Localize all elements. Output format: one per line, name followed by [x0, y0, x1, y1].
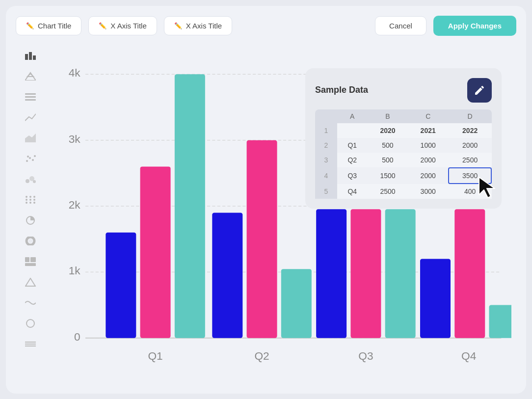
cell-2c[interactable]: 1000 — [408, 138, 448, 153]
svg-point-22 — [33, 199, 35, 201]
svg-point-21 — [29, 199, 31, 201]
svg-point-20 — [26, 199, 27, 201]
row-num-1: 1 — [315, 123, 337, 138]
triangle-chart-icon[interactable] — [24, 275, 37, 289]
cancel-button[interactable]: Cancel — [375, 16, 426, 35]
main-container: ✏️ Chart Title ✏️ X Axis Title ✏️ X Axis… — [6, 6, 526, 394]
chart-title-label: Chart Title — [38, 22, 71, 30]
col-header-empty — [315, 109, 337, 123]
cell-4b[interactable]: 1500 — [368, 167, 408, 184]
scatter-dots-icon[interactable] — [24, 152, 37, 165]
svg-point-19 — [33, 196, 35, 198]
cell-1b[interactable]: 2020 — [368, 123, 408, 138]
svg-rect-0 — [25, 54, 28, 60]
svg-marker-8 — [25, 133, 36, 142]
q4-2022-bar — [489, 305, 511, 338]
svg-text:1k: 1k — [69, 264, 81, 277]
apply-changes-button[interactable]: Apply Changes — [433, 16, 516, 36]
donut-chart-icon[interactable] — [24, 234, 37, 248]
x-axis-title-button-1[interactable]: ✏️ X Axis Title — [88, 16, 157, 35]
svg-marker-4 — [27, 74, 33, 77]
cell-4c[interactable]: 2000 — [408, 167, 448, 184]
cell-5c[interactable]: 3000 — [408, 184, 448, 199]
svg-point-11 — [32, 159, 34, 161]
cell-5b[interactable]: 2500 — [368, 184, 408, 199]
q3-2021-bar — [350, 209, 381, 338]
svg-rect-30 — [30, 257, 36, 262]
svg-text:2k: 2k — [69, 198, 81, 211]
cell-5a[interactable]: Q4 — [337, 184, 368, 199]
svg-text:0: 0 — [74, 330, 80, 343]
svg-text:Q1: Q1 — [148, 349, 162, 362]
pie-chart-icon[interactable] — [24, 213, 37, 227]
cell-1a[interactable] — [337, 123, 368, 138]
cell-4a[interactable]: Q3 — [337, 167, 368, 184]
x-axis-title-button-2[interactable]: ✏️ X Axis Title — [164, 16, 232, 35]
svg-point-23 — [26, 202, 27, 204]
svg-rect-7 — [25, 99, 36, 101]
cell-1c[interactable]: 2021 — [408, 123, 448, 138]
cell-2a[interactable]: Q1 — [337, 138, 368, 153]
cell-3c[interactable]: 2000 — [408, 153, 448, 167]
svg-marker-32 — [26, 278, 35, 286]
svg-point-18 — [29, 196, 31, 198]
cell-5d[interactable]: 400 — [448, 184, 492, 199]
table-row: 3 Q2 500 2000 2500 — [315, 153, 492, 167]
table-row: 2 Q1 500 1000 2000 — [315, 138, 492, 153]
x-axis-title-label-2: X Axis Title — [186, 22, 222, 30]
line-chart-icon[interactable] — [24, 110, 37, 124]
edit-data-button[interactable] — [467, 78, 492, 103]
cell-3d[interactable]: 2500 — [448, 153, 492, 167]
row-num-3: 3 — [315, 153, 337, 167]
svg-text:Q2: Q2 — [254, 349, 269, 362]
q4-2021-bar — [454, 209, 485, 338]
q2-2020-bar — [212, 213, 242, 338]
treemap-icon[interactable] — [24, 255, 37, 268]
bubble-chart-icon[interactable] — [24, 172, 37, 186]
table-row: 4 Q3 1500 2000 3500 — [315, 167, 492, 184]
svg-rect-6 — [25, 96, 36, 98]
q1-2021-bar — [140, 166, 171, 338]
x-axis-title-label-1: X Axis Title — [110, 22, 146, 30]
col-header-c: C — [408, 109, 448, 123]
svg-rect-5 — [25, 93, 36, 95]
sample-panel-title: Sample Data — [315, 85, 368, 95]
q4-2020-bar — [420, 259, 451, 338]
cell-2b[interactable]: 500 — [368, 138, 408, 153]
q1-2022-bar — [175, 74, 205, 338]
svg-rect-31 — [25, 263, 36, 266]
q3-2020-bar — [316, 209, 346, 338]
svg-rect-29 — [25, 257, 29, 262]
svg-point-10 — [29, 157, 31, 159]
wave-icon[interactable] — [24, 296, 37, 310]
table-row: 5 Q4 2500 3000 400 — [315, 184, 492, 199]
circle-icon[interactable] — [24, 317, 37, 330]
svg-text:3k: 3k — [69, 132, 81, 145]
cell-3b[interactable]: 500 — [368, 153, 408, 167]
svg-text:Q3: Q3 — [358, 349, 373, 362]
chart-title-button[interactable]: ✏️ Chart Title — [16, 16, 81, 35]
row-num-4: 4 — [315, 167, 337, 184]
mountain-chart-icon[interactable] — [24, 69, 37, 83]
cell-4d[interactable]: 3500 — [448, 167, 492, 184]
area-chart-icon[interactable] — [24, 131, 37, 145]
row-num-5: 5 — [315, 184, 337, 199]
multi-line-icon[interactable] — [24, 337, 37, 351]
list-icon[interactable] — [24, 90, 37, 104]
svg-point-25 — [33, 202, 35, 204]
q2-2022-bar — [281, 269, 312, 338]
chart-container: 0 1k 2k 3k 4k — [55, 53, 511, 374]
table-row: 1 2020 2021 2022 — [315, 123, 492, 138]
cell-2d[interactable]: 2000 — [448, 138, 492, 153]
cell-1d[interactable]: 2022 — [448, 123, 492, 138]
pencil-icon-xaxis2: ✏️ — [174, 22, 182, 29]
sample-panel-header: Sample Data — [315, 78, 492, 103]
bar-chart-icon[interactable] — [24, 49, 37, 62]
dot-grid-icon[interactable] — [24, 193, 37, 207]
chart-wrapper: 0 1k 2k 3k 4k — [45, 44, 516, 384]
toolbar: ✏️ Chart Title ✏️ X Axis Title ✏️ X Axis… — [16, 16, 516, 36]
cell-3a[interactable]: Q2 — [337, 153, 368, 167]
q2-2021-bar — [247, 140, 277, 338]
content-area: 0 1k 2k 3k 4k — [16, 44, 516, 384]
svg-point-24 — [29, 202, 31, 204]
